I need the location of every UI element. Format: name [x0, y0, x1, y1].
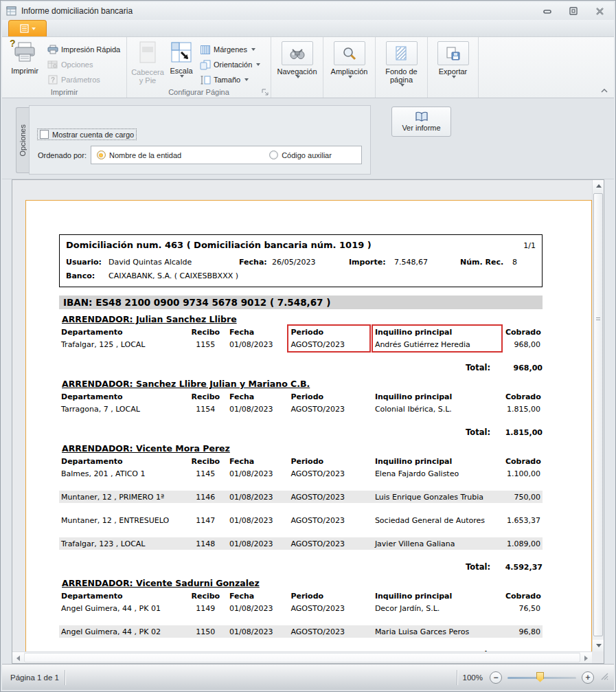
receipt-row: Muntaner, 12 , ENTRESUELO 1147 01/08/202… — [59, 514, 543, 526]
options-panel: Opciones Mostrar cuenta de cargo Ordenad… — [2, 98, 614, 179]
collapse-ribbon-icon[interactable] — [600, 87, 608, 95]
horizontal-scrollbar[interactable] — [12, 651, 592, 663]
ribbon-group-imprimir: ? Imprimir Impresión Rápida Opciones ? — [2, 37, 127, 98]
resize-grip-icon[interactable] — [601, 673, 608, 682]
receipt-row: Angel Guimera, 44 , PK 02 1150 01/08/202… — [59, 625, 543, 638]
section-total-row: Total: 968,00 — [59, 361, 543, 374]
landlord-section: ARRENDADOR: Sanchez Llibre Julian y Mari… — [59, 379, 543, 438]
col-inquilino: Inquilino principal — [373, 328, 503, 337]
radio-nombre-entidad[interactable]: Nombre de la entidad — [97, 150, 181, 159]
binoculars-icon — [288, 47, 306, 60]
bank-value: CAIXABANK, S.A. ( CAIXESBBXXX ) — [109, 271, 238, 280]
receipt-row: Muntaner, 12 , PRIMERO 1ª 1146 01/08/202… — [59, 491, 543, 503]
minimize-button[interactable] — [537, 5, 558, 17]
ribbon: ? Imprimir Impresión Rápida Opciones ? — [2, 37, 614, 98]
landlord-section: ARRENDADOR: Vicente Sadurni Gonzalez Dep… — [59, 578, 543, 651]
zoom-out-button[interactable]: − — [490, 671, 502, 684]
chevron-down-icon — [296, 76, 300, 78]
scroll-up-button[interactable] — [593, 180, 604, 192]
chevron-down-icon — [32, 27, 36, 30]
receipt-row: Balmes, 201 , ATICO 1 1145 01/08/2023 AG… — [59, 467, 543, 480]
user-value: David Quintas Alcalde — [109, 258, 239, 267]
options-group-box: Mostrar cuenta de cargo Ordenado por: No… — [29, 105, 371, 175]
horizontal-scroll-thumb[interactable] — [24, 653, 580, 662]
parameters-button[interactable]: ? Parámetros — [45, 72, 123, 87]
header-footer-button[interactable]: Cabecera y Pie — [130, 39, 166, 87]
total-label: Total: — [466, 363, 490, 372]
statusbar-separator — [457, 670, 457, 685]
magnifier-icon — [342, 47, 357, 60]
export-button[interactable]: Exportar — [433, 39, 474, 98]
printer-icon: ? — [12, 41, 37, 65]
date-label: Fecha: — [239, 258, 272, 267]
zoom-slider[interactable] — [507, 672, 576, 683]
landlord-title: ARRENDADOR: Julian Sanchez Llibre — [62, 314, 543, 324]
page-size-icon — [200, 75, 211, 85]
radio-unselected-icon[interactable] — [269, 150, 278, 159]
scroll-down-button[interactable] — [593, 640, 604, 651]
zoom-level: 100% — [463, 673, 483, 682]
chevron-down-icon — [251, 48, 255, 51]
orientation-button[interactable]: Orientación — [197, 57, 263, 72]
table-header-row: Departamento Recibo Fecha Periodo Inquil… — [59, 590, 543, 602]
options-side-tab[interactable]: Opciones — [16, 107, 29, 173]
date-value: 26/05/2023 — [272, 258, 349, 267]
scroll-left-button[interactable] — [12, 652, 24, 664]
ribbon-group-fondo: Fondo de página — [376, 37, 428, 98]
close-button[interactable] — [589, 5, 610, 17]
vertical-scrollbar[interactable] — [592, 180, 604, 651]
restore-button[interactable] — [563, 5, 584, 17]
question-box-icon: ? — [47, 75, 58, 85]
zoom-in-button[interactable]: + — [582, 671, 594, 684]
quick-print-button[interactable]: Impresión Rápida — [45, 42, 123, 57]
print-options-button[interactable]: Opciones — [45, 57, 123, 72]
amount-label: Importe: — [349, 258, 394, 267]
vertical-scroll-thumb[interactable] — [593, 193, 603, 636]
col-cobrado: Cobrado — [503, 328, 543, 337]
orientation-icon — [200, 60, 211, 70]
chevron-down-icon — [348, 76, 352, 78]
page-background-button[interactable]: Fondo de página — [378, 39, 424, 98]
checkbox-box[interactable] — [40, 130, 49, 139]
col-recibo: Recibo — [184, 328, 227, 337]
arrow-up-icon — [596, 184, 602, 188]
amount-value: 7.548,67 — [394, 258, 460, 267]
print-button[interactable]: ? Imprimir — [5, 39, 45, 87]
size-button[interactable]: Tamaño — [197, 72, 263, 87]
margins-button[interactable]: Márgenes — [197, 42, 263, 57]
arrow-right-icon — [584, 656, 588, 661]
show-account-checkbox[interactable]: Mostrar cuenta de cargo — [38, 129, 136, 139]
margins-icon — [200, 45, 211, 55]
scroll-right-button[interactable] — [580, 652, 592, 664]
receipts-value: 8 — [512, 258, 517, 267]
group-label-imprimir: Imprimir — [2, 87, 126, 98]
ribbon-group-ampliacion: Ampliación — [323, 37, 376, 98]
window-title: Informe domiciliación bancaria — [21, 6, 532, 16]
scale-icon — [170, 41, 192, 65]
radio-selected-icon[interactable] — [97, 150, 106, 159]
section-total-row: Total: 1.815,00 — [59, 426, 543, 438]
receipts-label: Núm. Rec. — [460, 258, 512, 267]
report-title: Domiciliación num. 463 ( Domiciliación b… — [66, 240, 523, 250]
group-label-configurar-pagina: Configurar Página — [127, 87, 271, 98]
statusbar-separator — [65, 670, 65, 685]
header-footer-icon — [137, 41, 158, 66]
document-menu-icon — [19, 24, 30, 33]
col-departamento: Departamento — [59, 328, 184, 337]
report-page: Domiciliación num. 463 ( Domiciliación b… — [25, 200, 592, 651]
dialog-launcher-icon[interactable] — [261, 88, 269, 96]
checkbox-label: Mostrar cuenta de cargo — [52, 131, 134, 139]
col-periodo: Periodo — [288, 328, 372, 337]
tab-strip — [2, 20, 614, 37]
table-header-row: Departamento Recibo Fecha Periodo Inquil… — [59, 456, 543, 467]
view-report-button[interactable]: Ver informe — [391, 107, 451, 137]
zoom-slider-thumb[interactable] — [536, 672, 544, 682]
file-menu-tab[interactable] — [8, 20, 47, 36]
radio-codigo-auxiliar[interactable]: Código auxiliar — [269, 150, 332, 159]
navigation-button[interactable]: Navegación — [275, 39, 319, 98]
status-bar: Página 1 de 1 100% − + — [2, 664, 614, 690]
zoom-button[interactable]: Ampliación — [328, 39, 372, 98]
user-label: Usuario: — [66, 258, 109, 267]
scale-button[interactable]: Escala — [166, 39, 197, 87]
ribbon-group-exportar: Exportar — [428, 37, 479, 98]
